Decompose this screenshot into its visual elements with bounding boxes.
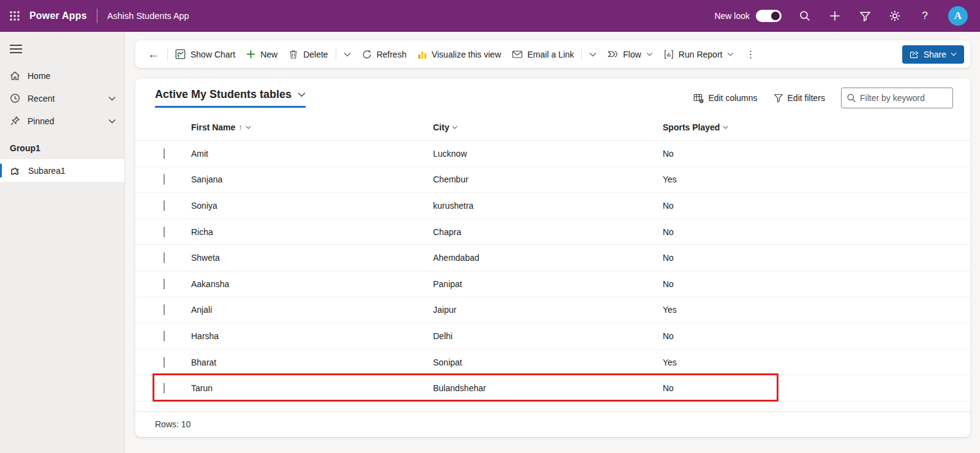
cell-sports-played: No [663,227,952,237]
email-link-button[interactable]: Email a Link [507,45,579,64]
table-row[interactable]: Shweta Ahemdabad No [135,245,970,271]
settings-icon[interactable] [888,9,902,23]
visualize-view-button[interactable]: Visualize this view [412,45,507,64]
sidebar-item-label: Pinned [28,116,55,126]
row-checkbox[interactable] [164,357,165,368]
row-checkbox[interactable] [164,226,165,238]
waffle-icon[interactable] [0,0,29,32]
help-icon[interactable]: ? [918,9,932,23]
sidebar-item-pinned[interactable]: Pinned [0,110,124,132]
view-selector[interactable]: Active My Students tables [155,88,306,108]
clock-icon [10,93,20,103]
overflow-chevron[interactable] [584,45,602,64]
table-row[interactable]: Soniya kurushetra No [135,193,970,219]
table-row-highlighted[interactable]: Tarun Bulandshehar No [135,375,970,402]
delete-button[interactable]: Delete [283,45,333,64]
share-icon [910,50,919,59]
sidebar-item-subarea1[interactable]: Subarea1 [0,159,124,182]
row-checkbox[interactable] [164,252,165,263]
show-chart-button[interactable]: Show Chart [170,45,241,64]
puzzle-icon [10,165,21,176]
home-icon [10,70,20,81]
cell-city: Chembur [433,174,663,184]
chevron-down-icon [951,52,957,56]
table-row[interactable]: Sanjana Chembur Yes [135,167,970,193]
cell-city: Bulandshehar [433,383,663,393]
back-arrow-icon[interactable]: ← [141,48,165,61]
sidebar-group-label: Group1 [0,132,124,159]
edit-columns-button[interactable]: Edit columns [693,93,757,103]
toggle-knob [771,12,780,20]
cell-first-name: Harsha [191,331,433,341]
chevron-down-icon[interactable] [108,119,116,124]
table-row[interactable]: Bharat Sonipat Yes [135,350,970,376]
cell-city: Delhi [433,331,663,341]
cell-first-name: Richa [191,227,433,237]
table-row[interactable]: Amit Lucknow No [135,141,970,167]
hamburger-icon[interactable] [0,32,34,64]
add-icon[interactable] [828,9,842,23]
sidebar-item-recent[interactable]: Recent [0,87,124,110]
column-header-city[interactable]: City [433,122,663,132]
search-icon[interactable] [798,9,812,23]
column-header-first-name[interactable]: First Name ↑ [191,122,433,132]
rows-count-footer: Rows: 10 [135,411,970,437]
filter-keyword-box[interactable] [841,88,953,108]
row-checkbox[interactable] [164,279,165,290]
sidebar-item-label: Home [28,71,50,81]
table-row[interactable]: Richa Chapra No [135,219,970,245]
sidebar-item-label: Subarea1 [28,166,66,176]
cell-sports-played: No [663,279,952,289]
row-checkbox[interactable] [164,174,165,185]
chevron-down-icon [589,52,597,57]
visualize-icon [418,50,427,59]
column-header-sports-played[interactable]: Sports Played [663,122,952,132]
overflow-chevron[interactable] [338,45,356,64]
cell-sports-played: No [663,149,952,159]
funnel-icon [774,93,783,103]
new-look-toggle[interactable] [756,10,782,22]
chevron-down-icon[interactable] [108,96,116,101]
topbar-divider [97,9,97,23]
envelope-icon [512,50,522,59]
view-titlebar: Active My Students tables Edit columns [135,78,970,114]
table-row[interactable]: Aakansha Panipat No [135,271,970,298]
new-look-label: New look [714,11,750,21]
avatar[interactable]: A [948,6,968,26]
cell-sports-played: No [663,253,952,263]
cell-sports-played: No [663,201,952,211]
run-report-button[interactable]: Run Report [658,45,740,64]
command-bar: ← Show Chart New Delete [135,40,970,68]
filter-keyword-input[interactable] [860,93,940,103]
more-vertical-icon[interactable]: ⋮ [739,48,761,60]
filter-icon[interactable] [858,9,872,23]
table-row[interactable]: Anjali Jaipur Yes [135,298,970,324]
table-row[interactable]: Harsha Delhi No [135,323,970,350]
row-checkbox[interactable] [164,331,165,342]
share-button[interactable]: Share [902,45,964,64]
flow-button[interactable]: Flow [602,45,658,64]
row-checkbox[interactable] [164,383,165,394]
row-checkbox[interactable] [164,148,165,159]
app-name: Ashish Students App [107,11,189,21]
chevron-down-icon[interactable] [246,125,251,129]
table-header: First Name ↑ City Sports Played [135,114,970,141]
cell-city: Panipat [433,279,663,289]
cell-first-name: Soniya [191,201,433,211]
chevron-down-icon[interactable] [723,125,728,129]
row-checkbox[interactable] [164,200,165,211]
new-look-control: New look [714,10,782,22]
chevron-down-icon[interactable] [452,125,458,129]
refresh-button[interactable]: Refresh [356,45,412,64]
new-button[interactable]: New [241,45,283,64]
edit-filters-button[interactable]: Edit filters [774,93,825,103]
product-name[interactable]: Power Apps [29,10,87,21]
cell-city: Ahemdabad [433,253,663,263]
cell-first-name: Anjali [191,305,433,315]
row-checkbox[interactable] [164,304,165,315]
cell-city: Sonipat [433,358,663,367]
cell-first-name: Sanjana [191,174,433,184]
refresh-icon [362,50,372,59]
sidebar-item-home[interactable]: Home [0,64,124,87]
view-title-text: Active My Students tables [155,88,292,101]
